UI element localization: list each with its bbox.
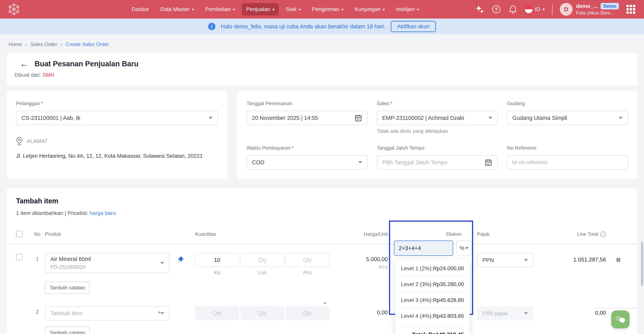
breadcrumb-home[interactable]: Home: [8, 41, 22, 47]
add-note-button[interactable]: Tambah catatan: [45, 282, 90, 294]
page-title: Buat Pesanan Penjualan Baru: [34, 60, 138, 68]
quantity-group-disabled: *: [194, 306, 334, 320]
sales-helper-text: Tidak ada divisi yang ditetapkan: [377, 128, 498, 134]
discount-input[interactable]: [394, 240, 453, 256]
delete-row-icon[interactable]: ✖: [610, 253, 626, 264]
items-subtitle: 1 item ditambahkan | Pricelist: harga ba…: [16, 210, 628, 216]
breadcrumb: Home › Sales Order › Create Sales Order: [0, 34, 644, 53]
qty-input-disabled: [195, 306, 239, 320]
activate-account-button[interactable]: Aktifkan akun: [391, 21, 436, 32]
payment-time-label: Waktu Pembayaran*: [246, 145, 368, 151]
col-no: No: [30, 231, 45, 237]
help-icon[interactable]: ?: [492, 5, 501, 14]
nav-label: Kunjungan: [355, 6, 381, 12]
price-cell: 0,00: [334, 306, 392, 316]
address-label: ALAMAT: [27, 138, 48, 144]
product-select[interactable]: Air Mineral 60ml PD-251000020: [45, 253, 170, 273]
app-logo-icon[interactable]: [8, 4, 19, 15]
unit-label: Lsn: [258, 270, 266, 276]
qty-input-lsn[interactable]: [240, 253, 284, 267]
order-date-value: 20 November 2025 | 14:55: [252, 115, 354, 121]
nav-item-penjualan[interactable]: Penjualan▾: [242, 3, 279, 16]
language-selector[interactable]: ID ▾: [525, 6, 545, 13]
product-select-empty[interactable]: Tambah item *: [45, 306, 170, 320]
qty-input-disabled: [240, 306, 284, 320]
top-navbar: Dasbor Data Master▾ Pembelian▾ Penjualan…: [0, 0, 644, 19]
discount-level-row: Level 2 (3%): Rp35.280,00: [401, 277, 464, 292]
nav-label: Penjualan: [246, 6, 270, 12]
customer-select[interactable]: CS-231100001 | Aab, tk: [16, 111, 218, 125]
map-pin-icon: [16, 137, 22, 145]
payment-time-select[interactable]: COD: [246, 155, 368, 170]
chevron-down-icon: [209, 117, 212, 119]
row-number: 1: [30, 253, 45, 262]
apps-grid-icon[interactable]: [626, 5, 636, 14]
page-header-card: ← Buat Pesanan Penjualan Baru Dibuat dar…: [7, 53, 637, 85]
line-total-value: 1.051.287,56: [535, 253, 610, 263]
chevron-down-icon: [465, 247, 469, 249]
col-price: Harga/Unit: [334, 231, 392, 237]
row-checkbox[interactable]: [16, 254, 22, 260]
warehouse-label: Gudang: [507, 100, 628, 106]
discount-unit-select[interactable]: %: [456, 240, 472, 256]
nav-item-stok[interactable]: Stok▾: [282, 3, 305, 16]
main-menu: Dasbor Data Master▾ Pembelian▾ Penjualan…: [128, 3, 423, 16]
back-button[interactable]: ←: [20, 59, 29, 68]
tax-placeholder: Pilih pajak: [482, 310, 524, 317]
nav-item-dasbor[interactable]: Dasbor: [128, 3, 153, 16]
nav-item-intelijen[interactable]: Intelijen▾: [392, 3, 423, 16]
tax-value: PPN: [482, 257, 524, 263]
nav-item-data-master[interactable]: Data Master▾: [156, 3, 198, 16]
notification-bell-icon[interactable]: [508, 5, 518, 14]
discount-level-row: Level 4 (4%): Rp43.803,65: [401, 308, 464, 324]
user-menu[interactable]: D demo_... Demo Felis (Akun Dem...: [560, 3, 619, 16]
reference-input[interactable]: [507, 155, 628, 170]
nav-label: Intelijen: [396, 6, 415, 12]
chevron-down-icon: ▾: [543, 7, 545, 12]
chat-button[interactable]: [611, 310, 630, 328]
chevron-down-icon: [524, 312, 528, 314]
chevron-down-icon: [160, 312, 164, 314]
nav-label: Data Master: [160, 6, 190, 12]
indonesia-flag-icon: [525, 6, 532, 13]
warehouse-value: Gudang Utama Simpli: [512, 115, 619, 121]
row-number: 2: [30, 306, 45, 315]
qty-input-krt[interactable]: [195, 253, 239, 267]
chevron-down-icon: ▾: [417, 7, 419, 12]
warehouse-select[interactable]: Gudang Utama Simpli: [507, 111, 628, 125]
level-value: Rp35.280,00: [433, 281, 464, 287]
discount-unit-value: %: [460, 245, 465, 251]
customer-card: Pelanggan* CS-231100001 | Aab, tk ALAMAT…: [7, 91, 227, 179]
nav-item-kunjungan[interactable]: Kunjungan▾: [350, 3, 389, 16]
pricelist-link[interactable]: harga baru: [90, 210, 116, 216]
sparkles-icon[interactable]: [475, 5, 484, 14]
sales-value: EMP-231100002 | Achmad Dzaki: [382, 115, 488, 121]
breadcrumb-current: Create Sales Order: [66, 41, 109, 47]
breadcrumb-separator: ›: [25, 42, 27, 47]
sales-field: Sales* EMP-231100002 | Achmad Dzaki Tida…: [377, 100, 498, 134]
qty-input-pcs[interactable]: [286, 253, 330, 267]
add-note-button[interactable]: Tambah catatan: [45, 327, 90, 334]
navbar-right: ? ID ▾ D demo_... Demo Felis (Akun Dem..…: [475, 3, 636, 16]
scrollbar-thumb[interactable]: [641, 242, 644, 286]
select-all-checkbox[interactable]: [16, 231, 22, 237]
col-product: Produk: [45, 231, 194, 237]
line-total-info-icon[interactable]: i: [600, 231, 606, 237]
breadcrumb-sales-order[interactable]: Sales Order: [30, 41, 57, 47]
item-row-2: 2 Tambah item * Tambah catatan * 0,00 Pi…: [7, 306, 637, 334]
nav-item-pembelian[interactable]: Pembelian▾: [201, 3, 239, 16]
sales-select[interactable]: EMP-231100002 | Achmad Dzaki: [377, 111, 498, 125]
price-cell: 5.000,00 /Pcs: [334, 253, 392, 270]
reference-label: No Referensi: [507, 145, 628, 151]
level-label: Level 4 (4%):: [401, 313, 433, 319]
nav-item-pengiriman[interactable]: Pengiriman▾: [308, 3, 348, 16]
tax-select[interactable]: PPN: [477, 253, 534, 267]
tax-select-disabled: Pilih pajak: [477, 306, 534, 320]
language-code: ID: [535, 6, 540, 12]
chevron-down-icon: ▾: [299, 7, 301, 12]
pin-icon[interactable]: [176, 256, 184, 264]
order-date-input[interactable]: 20 November 2025 | 14:55: [246, 111, 368, 125]
due-date-input[interactable]: Pilih Tanggal Jatuh Tempo: [377, 155, 498, 170]
user-subtitle: Felis (Akun Dem...: [576, 10, 619, 16]
payment-time-value: COD: [252, 159, 358, 166]
